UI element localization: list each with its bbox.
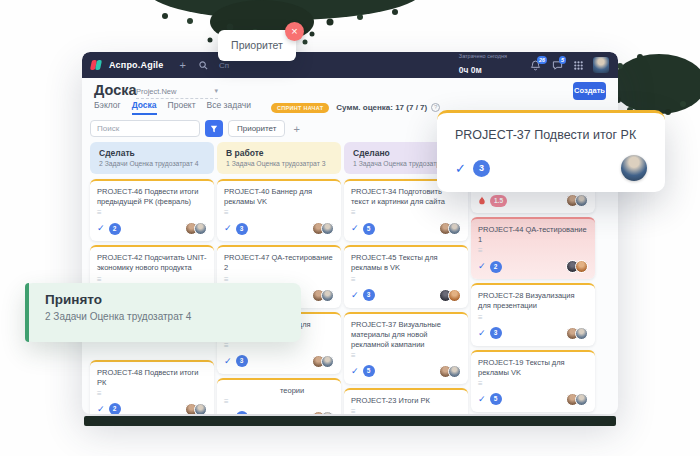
assignee-avatars [185,222,207,235]
priority-tooltip-label: Приоритет [231,39,283,51]
avatar [321,222,334,235]
check-icon: ✓ [351,367,359,376]
close-icon[interactable]: × [285,22,304,41]
description-icon: ≡ [351,209,461,217]
avatar [448,289,461,302]
estimate-badge: 3 [473,160,490,177]
urgent-estimate-badge: 1.5 [490,195,507,207]
assignee-avatar [621,155,647,181]
task-card[interactable]: теории ≡ ✓3 [217,378,341,414]
task-card[interactable]: PROJECT-23 Итоги РК ≡ ✓5 [344,388,468,414]
search-input[interactable] [90,120,200,137]
check-icon: ✓ [455,162,466,175]
task-title: PROJECT-23 Итоги РК [351,396,461,406]
estimate-badge: 3 [363,289,375,301]
messages-button[interactable]: 5 [552,60,563,71]
description-icon: ≡ [478,314,588,322]
board-select[interactable]: Project.New ▾ [136,87,218,99]
grid-icon [574,61,583,70]
avatar [575,194,588,207]
task-title: PROJECT-19 Тексты для рекламы VK [478,358,588,378]
avatar [575,327,588,340]
window-base-shadow [84,416,616,426]
description-icon: ≡ [351,276,461,284]
task-title: PROJECT-47 QA-тестирование 2 [224,253,334,273]
estimate-badge: 2 [109,403,121,414]
description-icon: ≡ [351,352,461,360]
task-card[interactable]: PROJECT-46 Подвести итоги предыдущей РК … [90,179,214,241]
navbar-search-text: Сп [219,61,229,70]
quick-add-icon[interactable]: + [180,60,186,71]
check-icon: ✓ [97,224,105,233]
avatar [194,403,207,414]
estimate-badge: 2 [109,223,121,235]
check-icon: ✓ [224,224,232,233]
add-filter-icon[interactable]: + [293,123,299,135]
accepted-column-overlay: Принято 2 Задачи Оценка трудозатрат 4 [25,283,301,342]
task-card[interactable]: PROJECT-28 Визуализация для презентации … [471,283,595,345]
priority-tooltip: Приоритет × [218,30,296,61]
check-icon: ✓ [351,291,359,300]
time-tracker-value: 0ч 0м [459,65,482,75]
notifications-button[interactable]: 26 [530,60,541,71]
check-icon: ✓ [97,405,105,414]
sprint-status-badge: СПРИНТ НАЧАТ [271,103,329,113]
column-title: Сделать [99,148,205,158]
task-title: PROJECT-37 Визуальные материалы для ново… [351,320,461,350]
task-card[interactable]: PROJECT-45 Тексты для рекламы в VK ≡ ✓3 [344,245,468,307]
filter-bar: Приоритет + [90,120,300,137]
assignee-avatars [185,403,207,414]
task-title: PROJECT-44 QA-тестирование 1 [478,225,588,245]
user-avatar[interactable] [593,57,609,73]
task-card[interactable]: PROJECT-19 Тексты для рекламы VK ≡ ✓5 [471,350,595,412]
priority-filter-chip[interactable]: Приоритет [228,120,285,137]
check-icon: ✓ [351,224,359,233]
estimate-badge: 3 [490,327,502,339]
task-title: теории [224,386,334,396]
task-title: PROJECT-45 Тексты для рекламы в VK [351,253,461,273]
tab-all-tasks[interactable]: Все задачи [207,100,251,115]
assignee-avatars [439,365,461,378]
description-icon: ≡ [478,247,588,255]
assignee-avatars [566,393,588,406]
column-title: В работе [226,148,332,158]
column-in-progress: В работе 1 Задача Оценка трудозатрат 3 P… [217,142,341,414]
assignee-avatars [439,222,461,235]
assignee-avatars [312,411,334,414]
fire-icon [478,196,486,206]
apps-grid-button[interactable] [574,61,583,70]
time-tracker[interactable]: Затрачено сегодня 0ч 0м [459,53,507,78]
assignee-avatars [566,194,588,207]
check-icon: ✓ [224,357,232,366]
avatar [448,222,461,235]
avatar [194,222,207,235]
board-select-value: Project.New [136,87,176,96]
task-card[interactable]: PROJECT-48 Подвести итоги РК ≡ ✓2 [90,360,214,415]
task-title: PROJECT-28 Визуализация для презентации [478,291,588,311]
task-card[interactable]: PROJECT-40 Баннер для рекламы VK ≡ ✓3 [217,179,341,241]
task-popup[interactable]: PROJECT-37 Подвести итог РК ✓ 3 [437,110,665,192]
tab-backlog[interactable]: Бэклог [94,100,121,115]
search-icon[interactable] [199,61,208,70]
task-card[interactable]: PROJECT-37 Визуальные материалы для ново… [344,312,468,384]
avatar [448,365,461,378]
column-header[interactable]: Сделать 2 Задачи Оценка трудозатрат 4 [90,142,214,174]
check-icon: ✓ [478,395,486,404]
help-icon[interactable]: ? [431,103,440,112]
tab-project[interactable]: Проект [168,100,196,115]
create-button[interactable]: Создать [573,82,606,100]
time-tracker-label: Затрачено сегодня [459,53,507,59]
column-header[interactable]: В работе 1 Задача Оценка трудозатрат 3 [217,142,341,174]
estimate-badge: 5 [363,223,375,235]
estimate-badge: 3 [236,355,248,367]
app-window: Аспро.Agile + Сп Затрачено сегодня 0ч 0м… [82,52,618,414]
assignee-avatars [312,355,334,368]
filter-button[interactable] [205,120,223,137]
tab-board[interactable]: Доска [132,100,157,115]
assignee-avatars [566,260,588,273]
avatar [575,393,588,406]
task-title: PROJECT-40 Баннер для рекламы VK [224,187,334,207]
chevron-down-icon: ▾ [214,87,218,96]
task-card-highlighted[interactable]: PROJECT-44 QA-тестирование 1 ≡ ✓2 [471,217,595,279]
description-icon: ≡ [351,408,461,414]
